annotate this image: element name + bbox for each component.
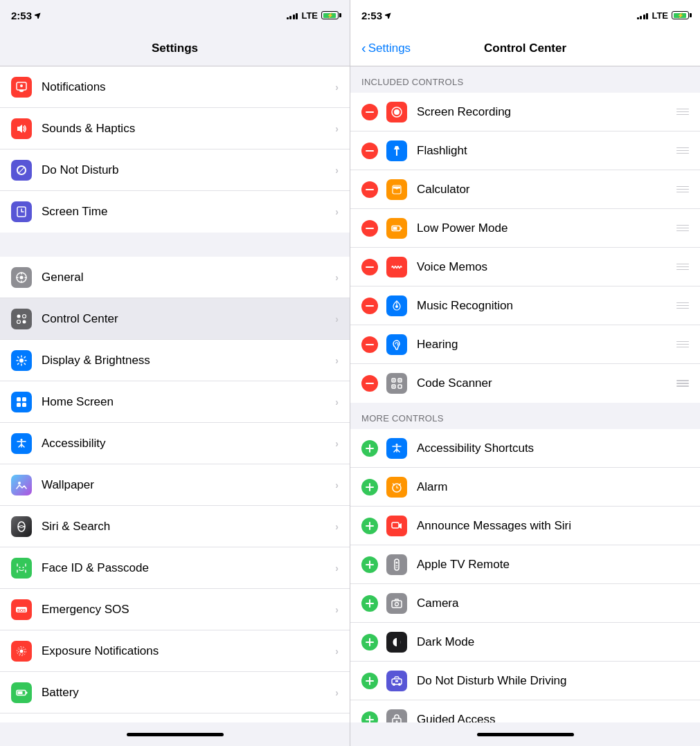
add-dark-mode-button[interactable] bbox=[361, 634, 378, 651]
svg-point-34 bbox=[395, 305, 398, 308]
signal-bar-2 bbox=[289, 16, 291, 19]
signal-bar-4 bbox=[296, 13, 298, 19]
add-announce-messages-button[interactable] bbox=[361, 518, 378, 534]
control-item-camera[interactable]: Camera bbox=[350, 584, 700, 623]
announce-messages-icon bbox=[386, 516, 407, 536]
included-controls-label: INCLUDED CONTROLS bbox=[361, 77, 463, 87]
sounds-icon bbox=[11, 118, 32, 139]
settings-group-gap-1 bbox=[0, 233, 350, 257]
location-arrow-icon bbox=[35, 12, 42, 19]
settings-item-wallpaper[interactable]: Wallpaper › bbox=[0, 464, 350, 506]
calculator-drag-handle[interactable] bbox=[676, 186, 689, 193]
low-power-drag-handle[interactable] bbox=[676, 225, 689, 232]
settings-item-privacy[interactable]: Privacy › bbox=[0, 713, 350, 722]
add-accessibility-shortcuts-button[interactable] bbox=[361, 440, 378, 457]
right-content[interactable]: INCLUDED CONTROLS Screen Recording bbox=[350, 66, 700, 722]
left-page-title: Settings bbox=[152, 42, 198, 55]
settings-item-face-id[interactable]: Face ID & Passcode › bbox=[0, 547, 350, 589]
settings-item-battery[interactable]: Battery › bbox=[0, 672, 350, 713]
code-scanner-label: Code Scanner bbox=[417, 376, 676, 390]
control-item-accessibility-shortcuts[interactable]: Accessibility Shortcuts bbox=[350, 429, 700, 468]
flashlight-drag-handle[interactable] bbox=[676, 147, 689, 154]
remove-flashlight-button[interactable] bbox=[361, 143, 378, 159]
add-guided-access-button[interactable] bbox=[361, 711, 378, 722]
screen-time-chevron: › bbox=[335, 206, 339, 217]
settings-item-general[interactable]: General › bbox=[0, 257, 350, 298]
svg-rect-40 bbox=[400, 380, 401, 381]
control-item-voice-memos[interactable]: Voice Memos bbox=[350, 248, 700, 286]
remove-screen-recording-button[interactable] bbox=[361, 104, 378, 120]
control-item-hearing[interactable]: Hearing bbox=[350, 325, 700, 364]
dark-mode-label: Dark Mode bbox=[417, 635, 689, 649]
settings-item-exposure[interactable]: Exposure Notifications › bbox=[0, 630, 350, 672]
voice-memos-drag-handle[interactable] bbox=[676, 264, 689, 271]
control-item-code-scanner[interactable]: Code Scanner bbox=[350, 364, 700, 403]
notifications-label: Notifications bbox=[42, 80, 335, 94]
more-controls-label: MORE CONTROLS bbox=[361, 413, 444, 424]
settings-item-siri[interactable]: Siri & Search › bbox=[0, 506, 350, 547]
add-apple-tv-remote-button[interactable] bbox=[361, 556, 378, 573]
add-alarm-button[interactable] bbox=[361, 479, 378, 495]
right-signal-bar-3 bbox=[643, 15, 645, 19]
right-status-right: LTE ⚡ bbox=[637, 10, 689, 21]
remove-music-recognition-button[interactable] bbox=[361, 298, 378, 314]
control-item-low-power[interactable]: Low Power Mode bbox=[350, 209, 700, 248]
back-chevron-icon: ‹ bbox=[361, 40, 366, 56]
emergency-sos-icon: SOS bbox=[11, 599, 32, 620]
right-signal-bars bbox=[637, 11, 649, 19]
settings-item-display[interactable]: Display & Brightness › bbox=[0, 340, 350, 381]
right-battery-bolt-icon: ⚡ bbox=[677, 12, 684, 19]
svg-point-15 bbox=[21, 439, 23, 441]
control-center-chevron: › bbox=[335, 313, 339, 325]
screen-time-icon bbox=[11, 201, 32, 222]
control-item-music-recognition[interactable]: Music Recognition bbox=[350, 286, 700, 325]
control-item-announce-messages[interactable]: Announce Messages with Siri bbox=[350, 507, 700, 545]
battery-chevron: › bbox=[335, 687, 339, 698]
control-item-flashlight[interactable]: Flashlight bbox=[350, 131, 700, 170]
settings-item-screen-time[interactable]: Screen Time › bbox=[0, 191, 350, 233]
right-nav-bar: ‹ Settings Control Center bbox=[350, 30, 700, 66]
settings-item-sounds[interactable]: Sounds & Haptics › bbox=[0, 108, 350, 149]
svg-rect-39 bbox=[393, 380, 395, 381]
back-button[interactable]: ‹ Settings bbox=[361, 41, 411, 56]
remove-low-power-button[interactable] bbox=[361, 220, 378, 237]
remove-calculator-button[interactable] bbox=[361, 181, 378, 198]
left-page-title-bar: Settings bbox=[0, 30, 350, 66]
right-panel: 2:53 LTE ⚡ ‹ Settings Control Center bbox=[350, 0, 700, 746]
control-item-calculator[interactable]: + Calculator bbox=[350, 170, 700, 209]
remove-code-scanner-button[interactable] bbox=[361, 375, 378, 392]
settings-list[interactable]: Notifications › Sounds & Haptics › bbox=[0, 66, 350, 722]
remove-hearing-button[interactable] bbox=[361, 336, 378, 353]
flashlight-icon bbox=[386, 140, 407, 161]
left-bottom-bar bbox=[0, 722, 350, 746]
settings-item-control-center[interactable]: Control Center › bbox=[0, 298, 350, 340]
hearing-drag-handle[interactable] bbox=[676, 341, 689, 348]
control-item-guided-access[interactable]: Guided Access bbox=[350, 700, 700, 722]
face-id-icon bbox=[11, 558, 32, 579]
signal-bar-3 bbox=[293, 15, 295, 19]
remove-voice-memos-button[interactable] bbox=[361, 259, 378, 275]
control-item-alarm[interactable]: Alarm bbox=[350, 468, 700, 507]
settings-group-1: Notifications › Sounds & Haptics › bbox=[0, 66, 350, 233]
music-recognition-drag-handle[interactable] bbox=[676, 302, 689, 309]
screen-recording-drag-handle[interactable] bbox=[676, 109, 689, 116]
svg-rect-41 bbox=[393, 386, 395, 388]
control-item-dnd-driving[interactable]: Do Not Disturb While Driving bbox=[350, 662, 700, 700]
settings-item-emergency-sos[interactable]: SOS Emergency SOS › bbox=[0, 589, 350, 630]
control-item-screen-recording[interactable]: Screen Recording bbox=[350, 93, 700, 131]
settings-item-do-not-disturb[interactable]: Do Not Disturb › bbox=[0, 149, 350, 191]
add-dnd-driving-button[interactable] bbox=[361, 673, 378, 689]
more-controls-header: MORE CONTROLS bbox=[350, 403, 700, 429]
exposure-chevron: › bbox=[335, 646, 339, 657]
exposure-icon bbox=[11, 641, 32, 662]
add-camera-button[interactable] bbox=[361, 595, 378, 612]
settings-item-home-screen[interactable]: Home Screen › bbox=[0, 381, 350, 423]
control-item-dark-mode[interactable]: Dark Mode bbox=[350, 623, 700, 662]
guided-access-icon bbox=[386, 709, 407, 722]
settings-item-notifications[interactable]: Notifications › bbox=[0, 66, 350, 108]
control-item-apple-tv-remote[interactable]: Apple TV Remote bbox=[350, 545, 700, 584]
right-signal-bar-2 bbox=[640, 16, 642, 19]
settings-item-accessibility[interactable]: Accessibility › bbox=[0, 423, 350, 464]
code-scanner-drag-handle[interactable] bbox=[676, 380, 689, 387]
low-power-icon bbox=[386, 218, 407, 239]
